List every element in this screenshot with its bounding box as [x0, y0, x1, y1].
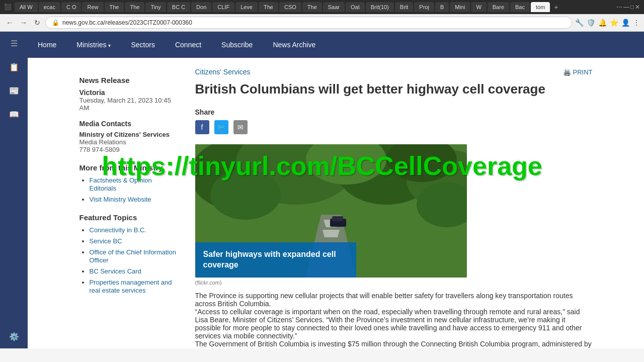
browser-toolbar: ← → ↻ 🔒 news.gov.bc.ca/releases/2023CITZ… — [0, 14, 644, 32]
image-caption: Safer highways with expanded cell covera… — [203, 249, 348, 270]
side-icon-menu[interactable]: ☰ — [8, 36, 21, 51]
tab-the1[interactable]: The — [105, 2, 124, 12]
tab-rew[interactable]: Rew — [82, 2, 103, 12]
tab-tom[interactable]: tom — [531, 2, 550, 12]
tab-tiny[interactable]: Tiny — [145, 2, 166, 12]
print-icon: 🖨️ — [563, 68, 571, 76]
article-image: Safer highways with expanded cell covera… — [195, 144, 467, 278]
link-office-chief[interactable]: Office of the Chief Information Officer — [90, 248, 176, 264]
link-properties[interactable]: Properties management and real estate se… — [90, 279, 172, 294]
link-bc-services[interactable]: BC Services Card — [90, 267, 141, 275]
nav-ministries[interactable]: Ministries▾ — [66, 32, 121, 58]
article-body: Citizens' Services 🖨️ PRINT British Colu… — [195, 68, 593, 348]
news-release-label: News Release — [79, 76, 180, 84]
forward-button[interactable]: → — [18, 18, 29, 28]
extensions-icon[interactable]: 🔧 — [575, 19, 584, 27]
share-twitter-button[interactable]: 🐦 — [214, 120, 228, 134]
tab-w[interactable]: W — [471, 2, 486, 12]
bookmark-icon[interactable]: ⭐ — [610, 19, 618, 27]
ministry-phone: 778 974-5809 — [79, 146, 180, 153]
nav-news-archive[interactable]: News Archive — [263, 32, 326, 58]
content-wrapper: News Release Victoria Tuesday, March 21,… — [59, 58, 613, 348]
side-icon-book[interactable]: 📖 — [6, 107, 22, 122]
nav-sectors[interactable]: Sectors — [121, 32, 165, 58]
paragraph-3: The Government of British Columbia is in… — [195, 340, 593, 348]
nav-connect[interactable]: Connect — [165, 32, 211, 58]
share-email-button[interactable]: ✉ — [233, 120, 248, 134]
tab-bare[interactable]: Bare — [488, 2, 509, 12]
tab-mini[interactable]: Mini — [450, 2, 470, 12]
article-sidebar: News Release Victoria Tuesday, March 21,… — [79, 68, 180, 348]
share-section: Share f 🐦 ✉ — [195, 108, 593, 134]
tab-leve[interactable]: Leve — [235, 2, 258, 12]
main-content: Home Ministries▾ Sectors Connect Subscri… — [28, 32, 644, 348]
paragraph-1: The Province is supporting new cellular … — [195, 292, 593, 308]
browser-tabs: ⬛ All W ecac C O Rew The The Tiny BC C D… — [0, 0, 644, 14]
back-button[interactable]: ← — [4, 18, 15, 28]
tab-allw[interactable]: All W — [15, 2, 38, 12]
toolbar-icons: 🔧 🛡️ 🔔 ⭐ 👤 ⋮ — [575, 19, 640, 27]
svg-marker-11 — [323, 230, 340, 237]
tab-the4[interactable]: The — [302, 2, 322, 12]
paragraph-2: “Access to cellular coverage is importan… — [195, 308, 593, 340]
featured-topics-label: Featured Topics — [79, 213, 180, 222]
shield-icon[interactable]: 🛡️ — [587, 19, 595, 27]
image-credit: (flickr.com) — [195, 280, 593, 286]
svg-rect-13 — [332, 216, 343, 221]
article-title: British Columbians will get better highw… — [195, 81, 593, 98]
citizens-services-link[interactable]: Citizens' Services — [195, 68, 251, 76]
featured-links-list: Connectivity in B.C. Service BC Office o… — [79, 226, 180, 294]
tab-brit[interactable]: Brit — [395, 2, 414, 12]
ministry-name: Ministry of Citizens' Services — [79, 131, 180, 138]
tab-oat[interactable]: Oat — [346, 2, 365, 12]
article-location: Victoria — [79, 88, 180, 97]
tab-the3[interactable]: The — [259, 2, 278, 12]
share-icons: f 🐦 ✉ — [195, 120, 593, 134]
tab-clif[interactable]: CLIF — [212, 2, 234, 12]
nav-subscribe[interactable]: Subscribe — [211, 32, 263, 58]
nav-home[interactable]: Home — [28, 32, 66, 58]
article-paragraphs: The Province is supporting new cellular … — [195, 292, 593, 348]
svg-point-7 — [210, 169, 281, 220]
tab-brit10[interactable]: Brit(10) — [366, 2, 394, 12]
share-facebook-button[interactable]: f — [195, 120, 209, 134]
link-factsheets[interactable]: Factsheets & Opinion Editorials — [90, 176, 152, 192]
account-icon[interactable]: 👤 — [621, 19, 630, 27]
main-nav: Home Ministries▾ Sectors Connect Subscri… — [28, 32, 644, 58]
tab-bac[interactable]: Bac — [510, 2, 530, 12]
tab-ecac[interactable]: ecac — [39, 2, 60, 12]
image-caption-overlay: Safer highways with expanded cell covera… — [195, 242, 356, 278]
link-visit-ministry[interactable]: Visit Ministry Website — [90, 196, 151, 203]
reload-button[interactable]: ↻ — [32, 18, 42, 28]
main-layout: ☰ 📋 📰 📖 ⚙️ Home Ministries▾ Sectors Conn… — [0, 32, 644, 348]
address-bar[interactable]: 🔒 news.gov.bc.ca/releases/2023CITZ0007-0… — [45, 17, 572, 29]
side-icon-settings[interactable]: ⚙️ — [6, 329, 22, 344]
print-button[interactable]: 🖨️ PRINT — [563, 68, 593, 76]
more-links-list: Factsheets & Opinion Editorials Visit Mi… — [79, 176, 180, 203]
tab-the2[interactable]: The — [125, 2, 144, 12]
article-date: Tuesday, March 21, 2023 10:45 AM — [79, 97, 180, 112]
notification-icon[interactable]: 🔔 — [598, 19, 607, 27]
ministry-dept: Media Relations — [79, 138, 180, 146]
link-service-bc[interactable]: Service BC — [90, 237, 122, 245]
article-image-container: Safer highways with expanded cell covera… — [195, 144, 593, 286]
tab-don[interactable]: Don — [191, 2, 211, 12]
tab-cso[interactable]: CSO — [279, 2, 301, 12]
tab-co[interactable]: C O — [61, 2, 82, 12]
side-panel: ☰ 📋 📰 📖 ⚙️ — [0, 32, 28, 348]
share-label: Share — [195, 108, 593, 116]
media-contacts-label: Media Contacts — [79, 120, 180, 128]
tab-proj[interactable]: Proj — [414, 2, 434, 12]
side-icon-news[interactable]: 📰 — [6, 83, 22, 99]
more-from-ministry-label: More from this Ministry — [79, 163, 180, 172]
side-icon-list[interactable]: 📋 — [6, 59, 22, 75]
tab-bcc[interactable]: BC C — [167, 2, 190, 12]
tab-saar[interactable]: Saar — [323, 2, 345, 12]
url-text: news.gov.bc.ca/releases/2023CITZ0007-000… — [62, 19, 566, 26]
menu-icon[interactable]: ⋮ — [633, 19, 640, 27]
link-connectivity[interactable]: Connectivity in B.C. — [90, 226, 146, 234]
tab-b[interactable]: B — [435, 2, 449, 12]
